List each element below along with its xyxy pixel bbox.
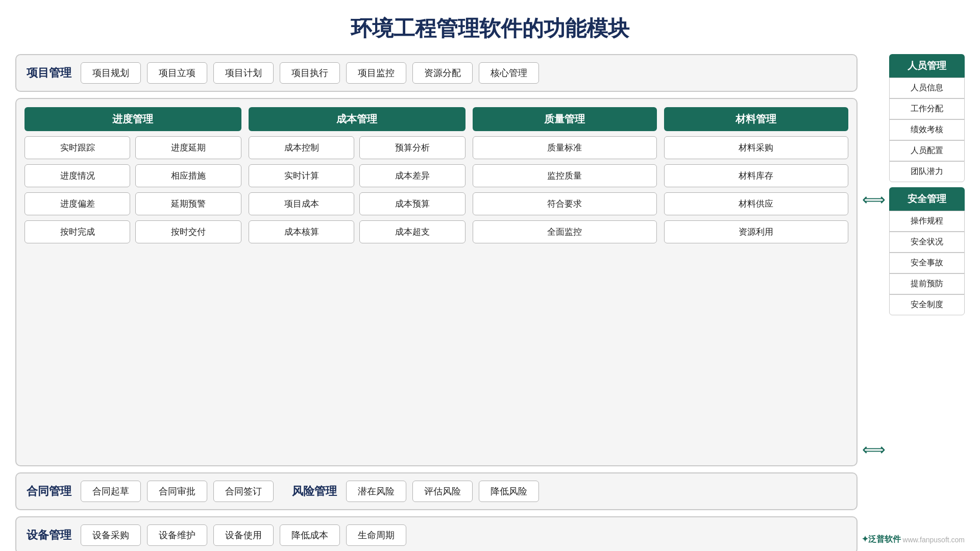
contract-item-1[interactable]: 合同起草 <box>81 481 141 502</box>
watermark: ✦泛普软件 www.fanpusoft.com <box>862 534 965 545</box>
safety-item-4[interactable]: 提前预防 <box>889 273 965 294</box>
progress-item-4[interactable]: 相应措施 <box>135 164 241 187</box>
progress-item-8[interactable]: 按时交付 <box>135 220 241 243</box>
material-item-4[interactable]: 资源利用 <box>664 220 848 243</box>
middle-section: 进度管理 实时跟踪 进度延期 进度情况 相应措施 进度偏差 延期预警 <box>15 98 857 466</box>
watermark-logo: ✦泛普软件 <box>862 534 901 545</box>
material-header: 材料管理 <box>664 107 848 131</box>
risk-label: 风险管理 <box>292 484 338 499</box>
quality-item-3[interactable]: 符合要求 <box>473 192 657 215</box>
progress-item-1[interactable]: 实时跟踪 <box>24 136 130 159</box>
safety-item-2[interactable]: 安全状况 <box>889 232 965 253</box>
quality-item-4[interactable]: 全面监控 <box>473 220 657 243</box>
cost-item-6[interactable]: 成本预算 <box>359 192 465 215</box>
equipment-item-5[interactable]: 生命周期 <box>346 524 406 546</box>
cost-column: 成本管理 成本控制 预算分析 实时计算 成本差异 项目成本 成本预算 <box>249 107 465 457</box>
equipment-item-1[interactable]: 设备采购 <box>81 524 141 546</box>
watermark-url: www.fanpusoft.com <box>903 536 965 544</box>
safety-item-1[interactable]: 操作规程 <box>889 211 965 232</box>
arrow-contract: ⟺ <box>862 441 886 458</box>
item-project-4[interactable]: 项目执行 <box>280 62 340 84</box>
arrow-personnel: ⟺ <box>862 191 886 208</box>
material-item-2[interactable]: 材料库存 <box>664 164 848 187</box>
personnel-header: 人员管理 <box>889 54 965 78</box>
cost-item-3[interactable]: 实时计算 <box>249 164 354 187</box>
page-title: 环境工程管理软件的功能模块 <box>0 0 980 54</box>
cost-item-5[interactable]: 项目成本 <box>249 192 354 215</box>
material-item-1[interactable]: 材料采购 <box>664 136 848 159</box>
risk-item-2[interactable]: 评估风险 <box>412 481 473 502</box>
progress-column: 进度管理 实时跟踪 进度延期 进度情况 相应措施 进度偏差 延期预警 <box>24 107 241 457</box>
quality-header: 质量管理 <box>473 107 657 131</box>
arrows-column: ⟺ ⟺ <box>863 54 885 551</box>
contract-item-3[interactable]: 合同签订 <box>213 481 274 502</box>
personnel-section: 人员管理 人员信息 工作分配 绩效考核 人员配置 团队潜力 <box>889 54 965 182</box>
equipment-management-row: 设备管理 设备采购 设备维护 设备使用 降低成本 生命周期 <box>15 516 857 551</box>
equipment-label: 设备管理 <box>27 528 72 543</box>
equipment-item-3[interactable]: 设备使用 <box>213 524 274 546</box>
project-label: 项目管理 <box>27 65 72 81</box>
project-items: 项目规划 项目立项 项目计划 项目执行 项目监控 资源分配 核心管理 <box>81 62 539 84</box>
quality-column: 质量管理 质量标准 监控质量 符合要求 全面监控 <box>473 107 657 457</box>
safety-section: 安全管理 操作规程 安全状况 安全事故 提前预防 安全制度 <box>889 187 965 315</box>
project-management-row: 项目管理 项目规划 项目立项 项目计划 项目执行 项目监控 资源分配 核心管理 <box>15 54 857 92</box>
contract-item-2[interactable]: 合同审批 <box>147 481 207 502</box>
safety-header: 安全管理 <box>889 187 965 211</box>
personnel-item-1[interactable]: 人员信息 <box>889 78 965 98</box>
right-sidebar: 人员管理 人员信息 工作分配 绩效考核 人员配置 团队潜力 安全管理 操作规程 … <box>889 54 965 551</box>
material-item-3[interactable]: 材料供应 <box>664 192 848 215</box>
quality-item-1[interactable]: 质量标准 <box>473 136 657 159</box>
equipment-item-2[interactable]: 设备维护 <box>147 524 207 546</box>
safety-item-3[interactable]: 安全事故 <box>889 253 965 273</box>
item-project-3[interactable]: 项目计划 <box>213 62 274 84</box>
progress-header: 进度管理 <box>24 107 241 131</box>
progress-item-2[interactable]: 进度延期 <box>135 136 241 159</box>
cost-header: 成本管理 <box>249 107 465 131</box>
item-project-2[interactable]: 项目立项 <box>147 62 207 84</box>
personnel-item-4[interactable]: 人员配置 <box>889 140 965 161</box>
quality-item-2[interactable]: 监控质量 <box>473 164 657 187</box>
contract-label: 合同管理 <box>27 484 72 499</box>
personnel-item-2[interactable]: 工作分配 <box>889 98 965 119</box>
equipment-items: 设备采购 设备维护 设备使用 降低成本 生命周期 <box>81 524 406 546</box>
item-project-7[interactable]: 核心管理 <box>479 62 539 84</box>
safety-item-5[interactable]: 安全制度 <box>889 294 965 315</box>
cost-item-1[interactable]: 成本控制 <box>249 136 354 159</box>
progress-item-6[interactable]: 延期预警 <box>135 192 241 215</box>
personnel-item-3[interactable]: 绩效考核 <box>889 119 965 140</box>
contract-left-items: 合同起草 合同审批 合同签订 <box>81 481 274 502</box>
progress-item-7[interactable]: 按时完成 <box>24 220 130 243</box>
material-column: 材料管理 材料采购 材料库存 材料供应 资源利用 <box>664 107 848 457</box>
equipment-item-4[interactable]: 降低成本 <box>280 524 340 546</box>
cost-item-7[interactable]: 成本核算 <box>249 220 354 243</box>
risk-items: 潜在风险 评估风险 降低风险 <box>346 481 539 502</box>
personnel-item-5[interactable]: 团队潜力 <box>889 161 965 182</box>
item-project-6[interactable]: 资源分配 <box>412 62 473 84</box>
item-project-5[interactable]: 项目监控 <box>346 62 406 84</box>
risk-item-1[interactable]: 潜在风险 <box>346 481 406 502</box>
item-project-1[interactable]: 项目规划 <box>81 62 141 84</box>
progress-item-5[interactable]: 进度偏差 <box>24 192 130 215</box>
cost-item-8[interactable]: 成本超支 <box>359 220 465 243</box>
progress-item-3[interactable]: 进度情况 <box>24 164 130 187</box>
cost-item-2[interactable]: 预算分析 <box>359 136 465 159</box>
risk-item-3[interactable]: 降低风险 <box>479 481 539 502</box>
contract-management-row: 合同管理 合同起草 合同审批 合同签订 风险管理 潜在风险 评估风险 降低风险 <box>15 472 857 510</box>
cost-item-4[interactable]: 成本差异 <box>359 164 465 187</box>
